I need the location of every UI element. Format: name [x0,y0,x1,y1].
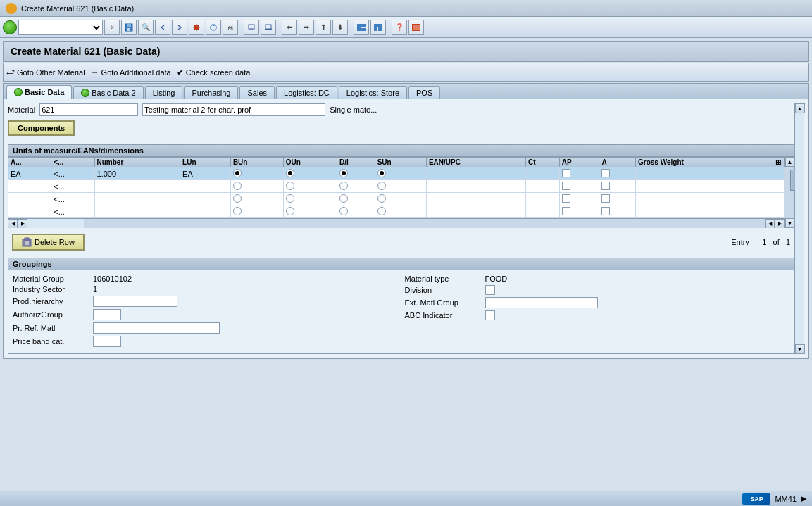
prod-hierarchy-input[interactable] [93,296,177,307]
main-scroll-up[interactable]: ▲ [795,103,805,113]
radio-sun-4[interactable] [377,207,386,215]
scroll-up-btn[interactable]: ▲ [785,157,795,167]
radio-bun-2[interactable] [233,182,242,190]
radio-bun-1[interactable] [233,169,242,177]
tabs-container: Basic Data Basic Data 2 Listing Purchasi… [3,83,809,99]
command-dropdown[interactable] [18,20,103,35]
division-checkbox[interactable] [485,285,495,295]
screen1-btn[interactable] [354,20,369,35]
tab-basic-data[interactable]: Basic Data [6,85,72,99]
tab-basic-data-2[interactable]: Basic Data 2 [73,86,143,99]
chk-ap-4[interactable] [562,207,570,215]
back-btn[interactable]: « [104,20,120,35]
radio-bun-3[interactable] [233,194,242,203]
col-settings[interactable]: ⊞ [773,158,785,167]
check-screen-link[interactable]: ✔ Check screen data [177,68,251,77]
horiz-right2-btn[interactable]: ◀ [765,219,775,229]
pr-ref-matl-input[interactable] [93,322,220,334]
chk-ap-2[interactable] [562,182,570,190]
radio-di-1[interactable] [339,169,348,177]
scroll-down-btn[interactable]: ▼ [785,218,795,228]
chk-ap-1[interactable] [562,169,570,177]
cell-oun[interactable] [283,167,337,180]
radio-bun-4[interactable] [233,207,242,215]
price-band-input[interactable] [93,336,121,347]
radio-oun-4[interactable] [286,207,294,215]
tab-logistics-store[interactable]: Logistics: Store [339,86,407,99]
material-desc-input[interactable] [142,103,325,116]
save-btn[interactable] [121,20,137,35]
chk-ap-3[interactable] [562,194,570,203]
horiz-right3-btn[interactable]: ▶ [775,219,785,229]
refresh-btn[interactable] [206,20,221,35]
cell-expand-2[interactable]: <... [51,180,94,193]
col-ean: EAN/UPC [426,158,525,167]
user2-btn[interactable] [261,20,276,35]
radio-di-3[interactable] [339,194,348,203]
radio-oun-2[interactable] [286,182,294,190]
cell-di[interactable] [337,167,375,180]
cell-expand-4[interactable]: <... [51,205,94,218]
svg-rect-12 [361,28,366,31]
col-ap: AP [559,158,599,167]
ext-matl-group-input[interactable] [485,297,598,308]
fwd-nav-btn[interactable] [172,20,187,35]
action4-btn[interactable]: ⬇ [332,20,348,35]
radio-sun-2[interactable] [377,182,386,190]
chk-a-3[interactable] [601,194,610,203]
col-lun: LUn [180,158,231,167]
tab-listing[interactable]: Listing [145,86,183,99]
radio-oun-3[interactable] [286,194,294,203]
material-input[interactable] [39,103,138,116]
main-scroll-down[interactable]: ▼ [795,344,805,354]
authoriz-group-row: AuthorizGroup [13,309,398,320]
check-screen-icon: ✔ [177,68,184,77]
horiz-track [27,219,84,229]
home-btn[interactable] [189,20,204,35]
action1-btn[interactable]: ⬅ [282,20,297,35]
print-btn[interactable]: 🖨 [223,20,238,35]
cell-a[interactable] [599,167,636,180]
action3-btn[interactable]: ⬆ [316,20,331,35]
horiz-right-btn[interactable]: ▶ [18,219,27,229]
table-row: EA <... 1.000 EA [8,167,785,180]
goto-other-material-link[interactable]: ⮐ Goto Other Material [6,68,85,77]
radio-oun-1[interactable] [286,169,294,177]
cell-lun: EA [180,167,231,180]
tab-purchasing[interactable]: Purchasing [184,86,238,99]
chk-a-2[interactable] [601,182,610,190]
radio-sun-1[interactable] [377,169,386,177]
svg-rect-8 [266,25,271,29]
horiz-left-btn[interactable]: ◀ [8,219,18,229]
abc-indicator-checkbox[interactable] [485,310,495,320]
radio-di-4[interactable] [339,207,348,215]
prod-hierarchy-row: Prod.hierarchy [13,296,398,307]
components-button[interactable]: Components [8,120,75,136]
user1-btn[interactable] [244,20,259,35]
goto-additional-link[interactable]: → Goto Additional data [91,68,171,77]
customize-btn[interactable] [408,20,424,35]
cell-expand[interactable]: <... [51,167,94,180]
tab-sales[interactable]: Sales [239,86,275,99]
material-label: Material [8,106,35,114]
cell-ap[interactable] [559,167,599,180]
chk-a-4[interactable] [601,207,610,215]
cell-expand-3[interactable]: <... [51,193,94,205]
tab-logistics-dc[interactable]: Logistics: DC [276,86,337,99]
cell-sun[interactable] [375,167,426,180]
svg-rect-1 [127,24,131,27]
help-btn[interactable]: ❓ [392,20,407,35]
radio-sun-3[interactable] [377,194,386,203]
chk-a-1[interactable] [601,169,610,177]
cell-bun[interactable] [230,167,283,180]
delete-row-button[interactable]: Delete Row [12,234,85,251]
tab-pos[interactable]: POS [408,86,440,99]
screen2-btn[interactable] [370,20,386,35]
authoriz-group-input[interactable] [93,309,121,320]
back-nav-btn[interactable] [155,20,170,35]
division-row: Division [405,285,790,295]
find-btn[interactable]: 🔍 [138,20,154,35]
action2-btn[interactable]: ➡ [299,20,314,35]
radio-di-2[interactable] [339,182,348,190]
groupings-header: Groupings [8,258,794,270]
